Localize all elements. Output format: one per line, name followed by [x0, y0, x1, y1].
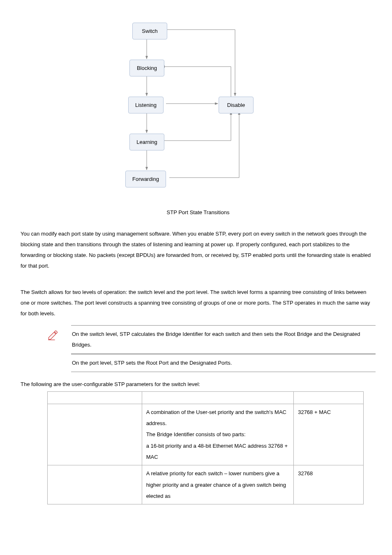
- table-cell-desc: A relative priority for each switch – lo…: [142, 465, 294, 504]
- note-port-level: On the port level, STP sets the Root Por…: [71, 354, 376, 372]
- note-switch-level: On the switch level, STP calculates the …: [71, 325, 376, 354]
- table-intro-text: The following are the user-configurable …: [21, 379, 376, 389]
- table-row: A combination of the User-set priority a…: [48, 404, 364, 465]
- note-section: On the switch level, STP calculates the …: [47, 325, 376, 372]
- node-learning: Learning: [129, 134, 164, 150]
- table-cell-default: 32768 + MAC: [294, 404, 364, 465]
- pencil-icon: [47, 329, 59, 344]
- table-header-param: [48, 391, 142, 404]
- node-switch: Switch: [132, 23, 167, 39]
- node-disable: Disable: [219, 97, 254, 113]
- paragraph-port-state-desc: You can modify each port state by using …: [21, 229, 376, 271]
- table-header-row: [48, 391, 364, 404]
- diagram-caption: STP Port State Transitions: [21, 208, 376, 217]
- table-cell-param: [48, 404, 142, 465]
- stp-diagram-container: Switch Blocking Listening Disable Learni…: [21, 21, 376, 204]
- stp-diagram: Switch Blocking Listening Disable Learni…: [95, 21, 301, 204]
- paragraph-two-levels: The Switch allows for two levels of oper…: [21, 287, 376, 319]
- table-header-desc: [142, 391, 294, 404]
- node-listening: Listening: [128, 97, 164, 113]
- stp-parameters-table: A combination of the User-set priority a…: [47, 391, 364, 504]
- table-cell-desc: A combination of the User-set priority a…: [142, 404, 294, 465]
- table-header-default: [294, 391, 364, 404]
- node-forwarding: Forwarding: [125, 171, 166, 187]
- table-cell-default: 32768: [294, 465, 364, 504]
- node-blocking: Blocking: [129, 60, 164, 76]
- table-cell-param: [48, 465, 142, 504]
- table-row: A relative priority for each switch – lo…: [48, 465, 364, 504]
